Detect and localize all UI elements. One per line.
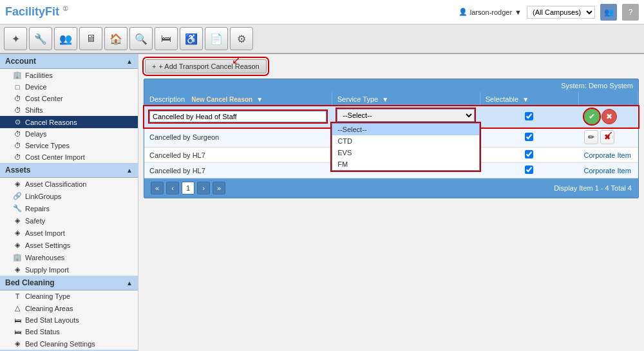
sidebar-item-device[interactable]: □ Device: [0, 81, 138, 93]
selectable-filter-icon[interactable]: ▼: [522, 96, 529, 103]
sidebar-item-warehouses[interactable]: 🏢 Warehouses: [0, 251, 138, 263]
current-page-button[interactable]: 1: [182, 182, 194, 194]
home-tool-btn[interactable]: 🏠: [104, 27, 128, 50]
cancel-reasons-icon: ⊙: [13, 118, 22, 126]
logo-fit: Fit: [45, 5, 59, 18]
description-filter-icon[interactable]: ▼: [256, 96, 263, 103]
campus-select[interactable]: (All Campuses): [527, 6, 595, 19]
sidebar-item-delays[interactable]: ⏱ Delays: [0, 128, 138, 140]
col-selectable: Selectable ▼: [480, 92, 578, 106]
warehouses-label: Warehouses: [25, 254, 64, 261]
asset-import-icon: ◈: [13, 229, 22, 237]
dropdown-option-evs[interactable]: EVS: [332, 147, 479, 158]
sidebar-item-shifts[interactable]: ⏱ Shifts: [0, 104, 138, 116]
sidebar-section-account: Account ▲ 🏢 Facilities □ Device ⏱ Cost C…: [0, 54, 138, 163]
new-record-row: --Select-- CTD EVS FM --Select-- CTD EVS: [144, 106, 638, 128]
pagination-bar: « ‹ 1 › » Display Item 1 - 4 Total 4: [144, 178, 638, 198]
asset-import-label: Asset Import: [25, 229, 65, 237]
bed-cleaning-arrow-icon: ▲: [126, 280, 133, 287]
new-description-input[interactable]: [149, 111, 327, 122]
last-page-button[interactable]: »: [213, 182, 225, 194]
sidebar-item-asset-import[interactable]: ◈ Asset Import: [0, 227, 138, 239]
col-actions: [579, 92, 638, 106]
sidebar-item-asset-settings[interactable]: ◈ Asset Settings: [0, 239, 138, 251]
device-icon: □: [13, 83, 22, 91]
row4-corporate-label: Corporate Item: [584, 167, 631, 175]
add-annotation-arrow-icon: ↙: [232, 54, 240, 66]
cleaning-type-label: Cleaning Type: [25, 292, 70, 300]
help-button[interactable]: ?: [622, 4, 639, 21]
save-annotation-arrow-icon: ↙: [605, 128, 613, 140]
dropdown-option-ctd[interactable]: CTD: [332, 135, 479, 147]
sidebar-item-supply-import[interactable]: ◈ Supply Import: [0, 263, 138, 276]
search-tool-btn[interactable]: 🔍: [129, 27, 153, 50]
confirm-button[interactable]: ✔: [584, 109, 600, 124]
first-page-button[interactable]: «: [151, 182, 164, 194]
new-selectable-checkbox[interactable]: [525, 112, 533, 120]
group-button[interactable]: 👥: [600, 4, 617, 21]
bed-cleaning-section-label: Bed Cleaning: [5, 278, 55, 287]
sidebar-item-cleaning-areas[interactable]: △ Cleaning Areas: [0, 302, 138, 314]
sidebar-item-cost-center-import[interactable]: ⏱ Cost Center Import: [0, 151, 138, 163]
row4-description-cell: Cancelled by HL7: [144, 163, 332, 178]
next-page-button[interactable]: ›: [197, 182, 210, 194]
document-tool-btn[interactable]: 📄: [205, 27, 228, 50]
row2-edit-button[interactable]: ✏: [584, 130, 598, 144]
service-type-select[interactable]: --Select-- CTD EVS FM: [337, 109, 475, 122]
new-row-action-buttons: ✔ ✖: [584, 109, 633, 124]
add-transport-cancel-reason-button[interactable]: + + Add Transport Cancel Reason: [145, 59, 267, 73]
star-tool-btn[interactable]: ✦: [4, 27, 27, 50]
people-tool-btn[interactable]: 👥: [54, 27, 77, 50]
grid-body: --Select-- CTD EVS FM --Select-- CTD EVS: [144, 106, 638, 178]
sidebar-item-cancel-reasons[interactable]: ⊙ Cancel Reasons: [0, 116, 138, 128]
cancel-button[interactable]: ✖: [601, 109, 617, 124]
bed-cleaning-settings-label: Bed Cleaning Settings: [25, 340, 95, 348]
table-header-bar: System: Demo System Save ↙: [144, 79, 638, 92]
service-type-filter-icon[interactable]: ▼: [382, 96, 388, 103]
sidebar-item-service-types[interactable]: ⏱ Service Types: [0, 140, 138, 151]
cancel-reasons-label: Cancel Reasons: [25, 119, 77, 126]
delays-icon: ⏱: [13, 130, 22, 138]
system-value: Demo System: [589, 82, 633, 90]
sidebar-item-safety[interactable]: ◈ Safety: [0, 214, 138, 227]
settings-tool-btn[interactable]: ⚙: [230, 27, 253, 50]
row3-selectable-checkbox[interactable]: [525, 150, 533, 158]
sidebar-item-cleaning-type[interactable]: T Cleaning Type: [0, 290, 138, 302]
logo-facility: Facility: [5, 5, 45, 18]
sidebar-section-account-header[interactable]: Account ▲: [0, 54, 138, 69]
prev-page-button[interactable]: ‹: [166, 182, 179, 194]
service-types-label: Service Types: [25, 142, 70, 149]
add-bar: Add New Cancel Reason ↙ + + Add Transpor…: [138, 54, 644, 79]
main-toolbar: ✦ 🔧 👥 🖥 🏠 🔍 🛏 ♿ 📄 ⚙: [0, 24, 644, 54]
dropdown-option-select[interactable]: --Select--: [332, 124, 479, 135]
app-header: FacilityFit ① 👤 larson-rodger▼ (All Camp…: [0, 0, 644, 24]
sidebar-item-bed-status[interactable]: 🛏 Bed Status: [0, 326, 138, 337]
row2-selectable-checkbox[interactable]: [525, 133, 533, 141]
description-col-label: Description: [149, 95, 185, 103]
sidebar-item-linkgroups[interactable]: 🔗 LinkGroups: [0, 190, 138, 202]
shifts-icon: ⏱: [13, 106, 22, 114]
new-row-description-cell: [144, 106, 332, 128]
sidebar-section-bed-cleaning-header[interactable]: Bed Cleaning ▲: [0, 276, 138, 290]
sidebar-item-asset-classification[interactable]: ◈ Asset Classification: [0, 178, 138, 190]
bed-tool-btn[interactable]: 🛏: [155, 27, 178, 50]
sidebar-item-bed-cleaning-settings[interactable]: ◈ Bed Cleaning Settings: [0, 337, 138, 350]
col-description: Description New Cancel Reason ▼: [144, 92, 332, 106]
dropdown-option-fm[interactable]: FM: [332, 158, 479, 170]
sidebar-item-facilities[interactable]: 🏢 Facilities: [0, 69, 138, 81]
user-info: 👤 larson-rodger▼: [459, 8, 522, 16]
handicap-tool-btn[interactable]: ♿: [180, 27, 203, 50]
row4-selectable-checkbox[interactable]: [525, 166, 533, 174]
system-label: System:: [561, 82, 587, 90]
cost-center-import-label: Cost Center Import: [25, 153, 85, 161]
add-button-label: + Add Transport Cancel Reason: [158, 62, 259, 70]
sidebar-item-cost-center[interactable]: ⏱ Cost Center: [0, 93, 138, 104]
wrench-tool-btn[interactable]: 🔧: [29, 27, 52, 50]
service-dropdown-open: --Select-- CTD EVS FM: [332, 123, 480, 171]
bed-status-icon: 🛏: [13, 328, 22, 336]
delays-label: Delays: [25, 130, 47, 138]
sidebar-item-repairs[interactable]: 🔧 Repairs: [0, 202, 138, 214]
sidebar-section-assets-header[interactable]: Assets ▲: [0, 163, 138, 178]
sidebar-item-bed-stat-layouts[interactable]: 🛏 Bed Stat Layouts: [0, 314, 138, 326]
monitor-tool-btn[interactable]: 🖥: [79, 27, 102, 50]
